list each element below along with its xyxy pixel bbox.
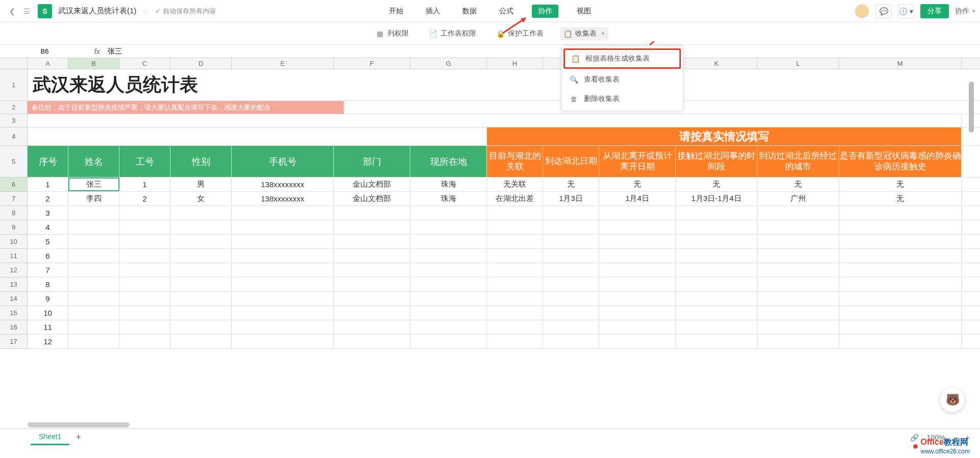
cell[interactable]: 无	[543, 177, 599, 191]
cell[interactable]	[68, 292, 119, 306]
cell[interactable]	[410, 292, 487, 306]
cell[interactable]: 男	[170, 177, 232, 191]
cell[interactable]	[839, 306, 962, 320]
cell[interactable]	[334, 206, 410, 220]
column-header[interactable]: H	[487, 58, 543, 69]
menu-start[interactable]: 开始	[385, 5, 407, 18]
row-header[interactable]: 11	[0, 249, 28, 263]
cell[interactable]	[676, 335, 757, 348]
menu-button[interactable]: ☰	[19, 4, 34, 18]
cell[interactable]: 无	[757, 177, 839, 191]
cell[interactable]	[68, 235, 119, 248]
horizontal-scrollbar[interactable]	[28, 421, 965, 428]
row-header[interactable]: 5	[0, 146, 28, 177]
cell[interactable]	[676, 277, 757, 291]
cell[interactable]	[334, 292, 410, 306]
row-header[interactable]: 10	[0, 235, 28, 249]
cell[interactable]: 到达湖北日期	[543, 146, 599, 177]
cell[interactable]: 3	[28, 206, 68, 220]
cell[interactable]	[119, 220, 170, 234]
sheet-tab[interactable]: Sheet1	[31, 429, 69, 445]
cell[interactable]	[839, 220, 962, 234]
cell[interactable]: 1	[28, 177, 68, 191]
cell[interactable]	[232, 249, 334, 263]
row-header[interactable]: 16	[0, 320, 28, 335]
cell[interactable]	[599, 320, 676, 334]
cell[interactable]	[170, 206, 232, 220]
comment-icon[interactable]: 💬	[875, 4, 892, 18]
cell[interactable]: 11	[28, 320, 68, 334]
cell[interactable]: 2	[28, 192, 68, 206]
cell[interactable]: 张三	[68, 177, 119, 191]
cell[interactable]	[599, 292, 676, 306]
row-header[interactable]: 8	[0, 206, 28, 220]
cell[interactable]	[543, 206, 599, 220]
cell[interactable]: 4	[28, 220, 68, 234]
column-permission-button[interactable]: ▦ 列权限	[372, 27, 413, 40]
cell[interactable]: 在湖北出差	[487, 192, 543, 206]
cell[interactable]	[839, 292, 962, 306]
cell[interactable]: 1月3日	[543, 192, 599, 206]
column-header[interactable]: M	[839, 58, 962, 69]
cell[interactable]	[757, 306, 839, 320]
cell[interactable]	[68, 306, 119, 320]
cell[interactable]	[676, 320, 757, 334]
cell[interactable]	[676, 292, 757, 306]
cell[interactable]	[487, 277, 543, 291]
cell[interactable]	[676, 249, 757, 263]
cell[interactable]	[119, 320, 170, 334]
menu-collab[interactable]: 协作	[532, 5, 558, 18]
cell[interactable]: 138xxxxxxxx	[232, 177, 334, 191]
add-sheet-button[interactable]: +	[69, 429, 87, 446]
row-header[interactable]: 13	[0, 277, 28, 292]
cell[interactable]: 是否有新型冠状病毒感的肺炎确诊病历接触史	[839, 146, 962, 177]
sheet-permission-button[interactable]: 📄 工作表权限	[425, 27, 480, 40]
cell[interactable]	[334, 320, 410, 334]
cell[interactable]	[757, 206, 839, 220]
cell[interactable]	[543, 335, 599, 348]
cell[interactable]	[170, 292, 232, 306]
cell[interactable]	[170, 335, 232, 348]
cell[interactable]	[676, 235, 757, 248]
menu-insert[interactable]: 插入	[422, 5, 444, 18]
cell[interactable]: 1月4日	[599, 192, 676, 206]
cell[interactable]	[599, 220, 676, 234]
cell[interactable]: 从湖北离开或预计离开日期	[599, 146, 676, 177]
share-button[interactable]: 分享	[920, 4, 949, 18]
cell[interactable]	[410, 320, 487, 334]
column-header[interactable]: D	[170, 58, 232, 69]
cell[interactable]	[119, 306, 170, 320]
column-header[interactable]: F	[334, 58, 410, 69]
cell[interactable]	[543, 306, 599, 320]
cell[interactable]: 各位好，由于目前新型肺炎疫情严重，请大家认真配合填写下表，感谢大家的配合	[28, 101, 344, 114]
cell[interactable]	[119, 249, 170, 263]
cell[interactable]	[599, 335, 676, 348]
row-header[interactable]: 17	[0, 335, 28, 349]
menu-view[interactable]: 视图	[573, 5, 595, 18]
cell[interactable]	[543, 235, 599, 248]
cell[interactable]	[232, 235, 334, 248]
cell[interactable]	[757, 249, 839, 263]
cell[interactable]: 无	[676, 177, 757, 191]
cell[interactable]	[28, 114, 962, 127]
cell[interactable]	[599, 277, 676, 291]
cell[interactable]: 序号	[28, 146, 68, 177]
row-header[interactable]: 12	[0, 263, 28, 277]
row-header[interactable]: 4	[0, 128, 28, 146]
cell[interactable]	[543, 320, 599, 334]
cell[interactable]	[232, 220, 334, 234]
row-header[interactable]: 2	[0, 101, 28, 114]
cell[interactable]: 无	[839, 177, 962, 191]
cell[interactable]	[68, 277, 119, 291]
select-all-corner[interactable]	[0, 58, 28, 69]
cell[interactable]	[170, 277, 232, 291]
cell[interactable]	[119, 335, 170, 348]
row-header[interactable]: 15	[0, 306, 28, 320]
cell[interactable]	[334, 263, 410, 277]
cell[interactable]: 12	[28, 335, 68, 348]
cell[interactable]	[410, 335, 487, 348]
cell[interactable]: 8	[28, 277, 68, 291]
column-header[interactable]: A	[28, 58, 68, 69]
cell[interactable]	[757, 292, 839, 306]
vertical-scrollbar[interactable]	[968, 82, 975, 427]
